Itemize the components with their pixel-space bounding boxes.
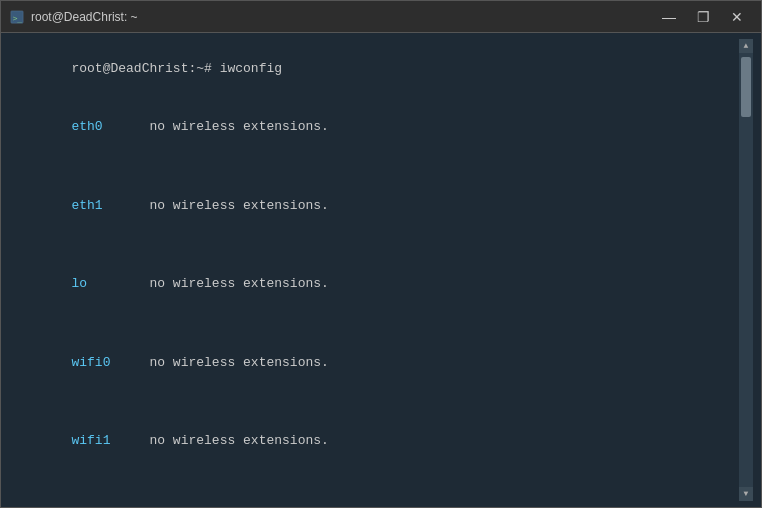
iface-wifi0: wifi0 — [71, 355, 110, 370]
scrollbar-thumb[interactable] — [741, 57, 751, 117]
line-empty-4 — [9, 392, 739, 412]
maximize-button[interactable]: ❐ — [687, 5, 719, 29]
eth1-msg: no wireless extensions. — [103, 198, 329, 213]
lo-msg: no wireless extensions. — [87, 276, 329, 291]
terminal-content: root@DeadChrist:~# iwconfig eth0 no wire… — [9, 39, 739, 501]
eth0-msg: no wireless extensions. — [103, 119, 329, 134]
command-iwconfig: iwconfig — [220, 61, 282, 76]
terminal-body[interactable]: root@DeadChrist:~# iwconfig eth0 no wire… — [1, 33, 761, 507]
scroll-down-arrow[interactable]: ▼ — [739, 487, 753, 501]
iface-eth1: eth1 — [71, 198, 102, 213]
terminal-window: >_ root@DeadChrist: ~ — ❐ ✕ root@DeadChr… — [0, 0, 762, 508]
line-wifi2: wifi2 no wireless extensions. — [9, 490, 739, 501]
line-1: root@DeadChrist:~# iwconfig — [9, 39, 739, 98]
close-button[interactable]: ✕ — [721, 5, 753, 29]
line-empty-5 — [9, 470, 739, 490]
iface-lo: lo — [71, 276, 87, 291]
wifi1-msg: no wireless extensions. — [110, 433, 328, 448]
line-eth1: eth1 no wireless extensions. — [9, 176, 739, 235]
line-lo: lo no wireless extensions. — [9, 255, 739, 314]
prompt: root@DeadChrist:~# — [71, 61, 219, 76]
terminal-icon: >_ — [9, 9, 25, 25]
iface-wifi1: wifi1 — [71, 433, 110, 448]
line-empty-1 — [9, 156, 739, 176]
minimize-button[interactable]: — — [653, 5, 685, 29]
window-controls: — ❐ ✕ — [653, 5, 753, 29]
scrollbar[interactable]: ▲ ▼ — [739, 39, 753, 501]
line-eth0: eth0 no wireless extensions. — [9, 98, 739, 157]
line-empty-2 — [9, 235, 739, 255]
scroll-up-arrow[interactable]: ▲ — [739, 39, 753, 53]
wifi0-msg: no wireless extensions. — [110, 355, 328, 370]
title-bar: >_ root@DeadChrist: ~ — ❐ ✕ — [1, 1, 761, 33]
line-empty-3 — [9, 313, 739, 333]
iface-eth0: eth0 — [71, 119, 102, 134]
window-title: root@DeadChrist: ~ — [31, 10, 653, 24]
svg-text:>_: >_ — [13, 13, 23, 22]
line-wifi1: wifi1 no wireless extensions. — [9, 412, 739, 471]
line-wifi0: wifi0 no wireless extensions. — [9, 333, 739, 392]
